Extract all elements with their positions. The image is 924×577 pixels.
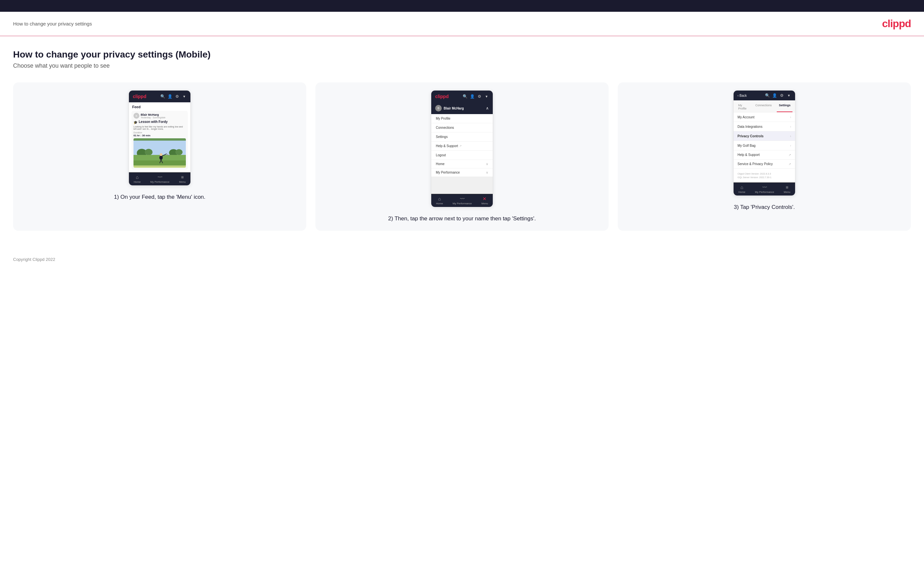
service-ext-icon: ↗ xyxy=(788,163,791,166)
menu-item-logout-label: Logout xyxy=(436,153,446,157)
menu-section-home-label: Home xyxy=(436,162,445,166)
phone-2-header: clippd 🔍 👤 ⚙ ▾ xyxy=(431,90,493,102)
settings-my-golf-bag[interactable]: My Golf Bag › xyxy=(733,141,795,150)
search-icon: 🔍 xyxy=(160,94,165,99)
phone-2-logo: clippd xyxy=(435,94,449,99)
menu-user-chevron: ∧ xyxy=(486,106,489,111)
home-label-3: Home xyxy=(738,190,745,193)
menu-icon-3: ≡ xyxy=(786,185,788,190)
user-icon-2: 👤 xyxy=(470,94,475,99)
privacy-controls-label: Privacy Controls xyxy=(738,134,763,138)
performance-label-2: My Performance xyxy=(452,202,472,205)
chevron-down-icon-3: ▾ xyxy=(787,93,791,98)
phone-1-icons: 🔍 👤 ⚙ ▾ xyxy=(160,94,186,99)
clippd-logo: clippd xyxy=(882,18,911,30)
user-icon-3: 👤 xyxy=(772,93,777,98)
version-info: Clippd Client Version: 2022.8.3-3 GQL Se… xyxy=(733,169,795,182)
my-golf-bag-label: My Golf Bag xyxy=(738,144,756,147)
settings-data-integrations[interactable]: Data Integrations › xyxy=(733,122,795,131)
menu-user-avatar: B xyxy=(435,105,442,111)
home-icon-3: ⌂ xyxy=(740,185,743,190)
tab-settings[interactable]: Settings xyxy=(777,102,793,112)
help-ext-icon: ↗ xyxy=(788,153,791,156)
settings-icon-3: ⚙ xyxy=(779,93,784,98)
post-avatar: B xyxy=(134,113,139,119)
menu-item-my-profile-label: My Profile xyxy=(436,117,450,120)
header: How to change your privacy settings clip… xyxy=(0,12,924,36)
my-account-label: My Account xyxy=(738,115,754,119)
menu-item-my-profile[interactable]: My Profile xyxy=(431,114,493,123)
menu-item-logout[interactable]: Logout xyxy=(431,151,493,160)
my-golf-bag-chevron: › xyxy=(790,143,791,147)
settings-privacy-controls[interactable]: Privacy Controls › xyxy=(733,131,795,141)
page-title: How to change your privacy settings (Mob… xyxy=(13,49,911,60)
duration-value: 01 hr : 30 min xyxy=(134,134,186,137)
main-content: How to change your privacy settings (Mob… xyxy=(0,36,924,250)
step-3-description: 3) Tap 'Privacy Controls'. xyxy=(734,203,795,211)
post-username: Blair McHarg xyxy=(141,113,166,116)
nav-home: ⌂ Home xyxy=(134,174,141,184)
nav-performance-3: 〰 My Performance xyxy=(755,185,774,193)
step-2-card: clippd 🔍 👤 ⚙ ▾ B xyxy=(315,82,609,231)
external-icon: ↗ xyxy=(459,145,462,147)
my-account-chevron: › xyxy=(790,115,791,119)
settings-tabs: My Profile Connections Settings xyxy=(733,100,795,113)
nav-close: ✕ Menu xyxy=(481,196,488,205)
nav-menu: ≡ Menu xyxy=(179,174,186,184)
screen-1-body: Feed B Blair McHarg Yesterday · Sunningd… xyxy=(129,102,191,172)
menu-user-row: B Blair McHarg ∧ xyxy=(431,102,493,114)
nav-performance: 〰 My Performance xyxy=(150,174,170,184)
menu-item-settings-label: Settings xyxy=(436,135,447,139)
page-subtitle: Choose what you want people to see xyxy=(13,63,911,69)
svg-point-8 xyxy=(160,153,162,156)
back-button[interactable]: ‹ Back xyxy=(738,94,747,97)
lesson-icon: 🎓 xyxy=(134,121,137,124)
menu-item-settings[interactable]: Settings xyxy=(431,132,493,142)
menu-label-3: Menu xyxy=(783,190,790,193)
settings-service-privacy[interactable]: Service & Privacy Policy ↗ xyxy=(733,160,795,169)
phone-2-icons: 🔍 👤 ⚙ ▾ xyxy=(463,94,489,99)
tab-connections[interactable]: Connections xyxy=(753,102,774,112)
chevron-down-icon: ▾ xyxy=(182,94,186,99)
footer: Copyright Clippd 2022 xyxy=(0,250,924,268)
post-user-row: B Blair McHarg Yesterday · Sunningdale xyxy=(134,113,186,119)
search-icon-2: 🔍 xyxy=(463,94,467,99)
golf-image xyxy=(134,138,186,168)
menu-item-help[interactable]: Help & Support ↗ xyxy=(431,142,493,151)
home-icon: ⌂ xyxy=(136,174,138,180)
menu-label: Menu xyxy=(179,181,186,184)
menu-overlay: B Blair McHarg ∧ My Profile Connections xyxy=(431,102,493,177)
step-3-phone: ‹ Back 🔍 👤 ⚙ ▾ My Profile Connections Se… xyxy=(733,90,795,196)
close-icon: ✕ xyxy=(483,196,486,201)
svg-point-2 xyxy=(145,149,153,155)
feed-post: B Blair McHarg Yesterday · Sunningdale 🎓… xyxy=(131,111,188,170)
settings-help-support[interactable]: Help & Support ↗ xyxy=(733,150,795,160)
performance-label-3: My Performance xyxy=(755,190,774,193)
steps-grid: clippd 🔍 👤 ⚙ ▾ Feed B xyxy=(13,82,911,231)
privacy-controls-chevron: › xyxy=(790,134,791,138)
menu-item-help-label: Help & Support xyxy=(436,144,458,148)
menu-items-list: My Profile Connections Settings Help & S… xyxy=(431,114,493,177)
performance-label: My Performance xyxy=(150,181,170,184)
service-privacy-label: Service & Privacy Policy xyxy=(738,162,773,166)
menu-section-performance[interactable]: My Performance ∨ xyxy=(431,168,493,177)
post-body: Looking to feel like my hands are exitin… xyxy=(134,126,186,130)
data-integrations-chevron: › xyxy=(790,124,791,129)
menu-section-performance-label: My Performance xyxy=(436,171,460,174)
phone-3-icons: 🔍 👤 ⚙ ▾ xyxy=(765,93,791,98)
menu-item-connections[interactable]: Connections xyxy=(431,123,493,132)
step-1-phone: clippd 🔍 👤 ⚙ ▾ Feed B xyxy=(129,90,191,186)
menu-user-info: B Blair McHarg xyxy=(435,105,464,111)
step-1-description: 1) On your Feed, tap the 'Menu' icon. xyxy=(114,193,205,201)
chevron-down-icon-2: ▾ xyxy=(484,94,489,99)
phone-1-logo: clippd xyxy=(133,94,146,99)
menu-user-name: Blair McHarg xyxy=(444,106,464,110)
settings-my-account[interactable]: My Account › xyxy=(733,113,795,122)
search-icon-3: 🔍 xyxy=(765,93,770,98)
step-1-card: clippd 🔍 👤 ⚙ ▾ Feed B xyxy=(13,82,306,231)
tab-my-profile[interactable]: My Profile xyxy=(736,102,750,112)
home-icon-2: ⌂ xyxy=(438,196,441,201)
phone-2-bottom-nav: ⌂ Home 〰 My Performance ✕ Menu xyxy=(431,194,493,207)
menu-section-home[interactable]: Home ∨ xyxy=(431,160,493,168)
nav-home-2: ⌂ Home xyxy=(436,196,443,205)
